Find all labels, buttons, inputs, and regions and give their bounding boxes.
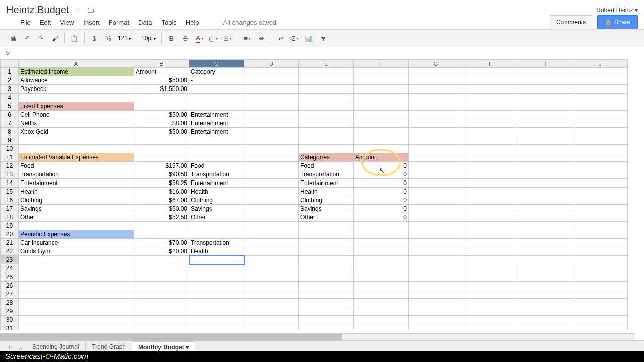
menu-help[interactable]: Help: [186, 19, 199, 26]
cell[interactable]: [573, 213, 628, 222]
cell[interactable]: [573, 299, 628, 307]
cell[interactable]: [518, 196, 573, 205]
menu-edit[interactable]: Edit: [40, 19, 51, 26]
cell[interactable]: Clothing: [189, 196, 244, 205]
cell[interactable]: [518, 188, 573, 196]
cell[interactable]: [573, 196, 628, 205]
cell[interactable]: [573, 68, 628, 76]
row-header[interactable]: 22: [1, 247, 19, 256]
cell[interactable]: [518, 256, 573, 264]
row-header[interactable]: 31: [1, 324, 19, 330]
cell[interactable]: [299, 247, 354, 256]
cell[interactable]: [244, 290, 299, 299]
cell[interactable]: [409, 273, 463, 282]
cell[interactable]: [134, 307, 189, 316]
cell[interactable]: [244, 136, 299, 145]
cell[interactable]: [244, 102, 299, 111]
merge-icon[interactable]: ⬌: [255, 32, 268, 45]
cell[interactable]: [244, 282, 299, 290]
cell[interactable]: [573, 136, 628, 145]
cell[interactable]: [518, 316, 573, 324]
cell[interactable]: [518, 213, 573, 222]
column-header-C[interactable]: C: [189, 60, 244, 68]
cell[interactable]: [573, 239, 628, 247]
cell[interactable]: Transportation: [189, 239, 244, 247]
row-header[interactable]: 8: [1, 128, 19, 136]
cell[interactable]: -: [189, 85, 244, 94]
cell[interactable]: [573, 316, 628, 324]
cell[interactable]: [354, 307, 409, 316]
menu-format[interactable]: Format: [109, 19, 129, 26]
cell[interactable]: [518, 153, 573, 162]
cell[interactable]: [134, 136, 189, 145]
cell[interactable]: Health: [19, 188, 134, 196]
cell[interactable]: Car Insurance: [19, 239, 134, 247]
cell[interactable]: [19, 290, 134, 299]
cell[interactable]: [19, 264, 134, 273]
cell[interactable]: [299, 119, 354, 128]
cell[interactable]: [463, 264, 518, 273]
cell[interactable]: [463, 170, 518, 179]
cell[interactable]: [463, 119, 518, 128]
star-icon[interactable]: ☆: [74, 5, 82, 15]
cell[interactable]: [518, 179, 573, 188]
cell[interactable]: [134, 290, 189, 299]
cell[interactable]: [354, 102, 409, 111]
cell[interactable]: [409, 162, 463, 170]
cell[interactable]: [19, 145, 134, 153]
column-header-A[interactable]: A: [19, 60, 134, 68]
cell[interactable]: [244, 222, 299, 230]
cell[interactable]: [299, 68, 354, 76]
cell[interactable]: Health: [189, 188, 244, 196]
cell[interactable]: Other: [189, 213, 244, 222]
cell[interactable]: [354, 324, 409, 330]
row-header[interactable]: 15: [1, 188, 19, 196]
cell[interactable]: [244, 316, 299, 324]
cell[interactable]: [409, 307, 463, 316]
cell[interactable]: Clothing: [299, 196, 354, 205]
cell[interactable]: 0: [354, 170, 409, 179]
column-header-D[interactable]: D: [244, 60, 299, 68]
cell[interactable]: $16.00: [134, 188, 189, 196]
cell[interactable]: [19, 136, 134, 145]
cell[interactable]: Entertainment: [189, 128, 244, 136]
cell[interactable]: [409, 102, 463, 111]
cell[interactable]: [463, 299, 518, 307]
cell[interactable]: [518, 94, 573, 102]
bold-icon[interactable]: B: [165, 32, 178, 45]
cell[interactable]: [134, 102, 189, 111]
cell[interactable]: Estimated Income: [19, 68, 134, 76]
redo-icon[interactable]: ↷: [34, 32, 47, 45]
cell[interactable]: [409, 299, 463, 307]
cell[interactable]: [409, 316, 463, 324]
cell[interactable]: Amount: [134, 68, 189, 76]
row-header[interactable]: 17: [1, 205, 19, 213]
cell[interactable]: [134, 222, 189, 230]
cell[interactable]: Categories: [299, 153, 354, 162]
cell[interactable]: [189, 222, 244, 230]
cell[interactable]: [299, 230, 354, 239]
cell[interactable]: [409, 85, 463, 94]
cell[interactable]: [244, 68, 299, 76]
cell[interactable]: [354, 239, 409, 247]
cell[interactable]: [463, 222, 518, 230]
cell[interactable]: [518, 162, 573, 170]
cell[interactable]: [409, 128, 463, 136]
cell[interactable]: $90.50: [134, 170, 189, 179]
cell[interactable]: [134, 145, 189, 153]
filter-icon[interactable]: ▼: [316, 32, 330, 45]
cell[interactable]: [518, 307, 573, 316]
cell[interactable]: 0: [354, 179, 409, 188]
cell[interactable]: $50.00: [134, 205, 189, 213]
cell[interactable]: [463, 247, 518, 256]
row-header[interactable]: 11: [1, 153, 19, 162]
cell[interactable]: [19, 299, 134, 307]
cell[interactable]: [299, 256, 354, 264]
strikethrough-icon[interactable]: S: [179, 32, 192, 45]
cell[interactable]: [463, 196, 518, 205]
cell[interactable]: [518, 324, 573, 330]
row-header[interactable]: 9: [1, 136, 19, 145]
cell[interactable]: Allowance: [19, 76, 134, 85]
cell[interactable]: [19, 307, 134, 316]
chart-icon[interactable]: 📊: [302, 32, 315, 45]
